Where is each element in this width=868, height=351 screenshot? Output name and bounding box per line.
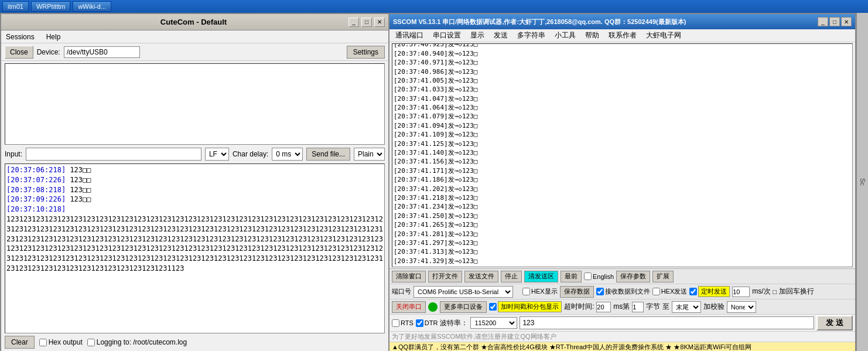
open-file-btn[interactable]: 打开文件 [428, 271, 462, 282]
hex-send-text: HEX发送 [661, 287, 688, 296]
sscom-menu-帮助[interactable]: 帮助 [582, 30, 603, 40]
dtr-text: DTR [425, 319, 438, 326]
port-select[interactable]: COM6 Prolific USB-to-Serial [414, 286, 513, 298]
settings-button[interactable]: Settings [347, 46, 385, 59]
device-label: Device: [37, 48, 60, 56]
receive-file-checkbox[interactable] [596, 288, 604, 295]
more-ports-btn[interactable]: 更多串口设备 [440, 301, 487, 313]
cutecom-menubar: Sessions Help [1, 30, 388, 43]
logging-checkbox-label[interactable]: Logging to: /root/cutecom.log [87, 338, 187, 346]
log-path: /root/cutecom.log [133, 338, 187, 346]
stop-btn[interactable]: 停止 [501, 271, 522, 282]
sscom-config-row: 端口号 COM6 Prolific USB-to-Serial HEX显示 保存… [389, 284, 855, 299]
input-row: Input: LF Char delay: 0 ms Send file... … [1, 145, 388, 163]
timed-send-checkbox[interactable] [689, 288, 697, 295]
english-checkbox[interactable] [584, 272, 592, 280]
bottom-bar: Clear Hex output Logging to: /root/cutec… [1, 333, 388, 351]
clear-button[interactable]: Clear [5, 336, 35, 349]
cutecom-toolbar: Close Device: Settings [1, 43, 388, 61]
rts-checkbox[interactable] [392, 319, 399, 327]
sscom-close-button[interactable]: ✕ [841, 17, 852, 26]
taskbar-btn-1[interactable]: itm01 [2, 1, 29, 12]
hex-display-label[interactable]: HEX显示 [522, 287, 558, 296]
logging-label: Logging to: [97, 338, 131, 346]
sscom-menu-通讯端口[interactable]: 通讯端口 [392, 30, 427, 40]
auto-return-text: 加回车换行 [779, 287, 814, 297]
save-data-btn[interactable]: 保存数据 [560, 286, 594, 298]
sscom-menu-大虾电子网[interactable]: 大虾电子网 [643, 30, 685, 40]
cutecom-output-line: [20:37:09:226] 123□□ [6, 195, 383, 205]
timed-unit: ms/次 [752, 287, 770, 297]
sscom-notice: ▲QQ群满员了，没有第二个群 ★合宙高性价比4G模块 ★RT-Thread中国人… [389, 342, 855, 351]
expand-btn[interactable]: 扩展 [652, 271, 674, 282]
sscom-menu-显示[interactable]: 显示 [467, 30, 488, 40]
sscom-promo: 为了更好地发展SSCOM软件,请您注册并建立QQ网络客户 [389, 331, 855, 342]
sscom-minimize-button[interactable]: _ [818, 17, 828, 26]
timed-send-label[interactable]: 定时发送 [689, 286, 730, 297]
close-port-button[interactable]: Close [5, 46, 33, 59]
checksum-select[interactable]: None [727, 301, 756, 313]
hex-output-checkbox-label[interactable]: Hex output [39, 338, 83, 346]
english-checkbox-label[interactable]: English [584, 272, 614, 280]
sscom-config-row2: 关闭串口 更多串口设备 加时间戳和分包显示 超时时间: ms第 字节 至 [389, 299, 855, 315]
timed-value-input[interactable] [732, 287, 750, 297]
logging-checkbox[interactable] [87, 339, 95, 346]
sscom-output-line: [20:37:41.297]发→◇123□ [394, 238, 851, 247]
dtr-checkbox[interactable] [416, 319, 423, 327]
char-delay-select[interactable]: 0 ms [272, 148, 303, 161]
sscom-restore-button[interactable]: □ [829, 17, 840, 26]
sscom-output[interactable]: [20:37:40.833]发→◇123□[20:37:40.849]发→◇12… [392, 43, 853, 267]
dtr-label[interactable]: DTR [416, 319, 438, 327]
taskbar-btn-3[interactable]: wWiki-d... [73, 1, 111, 12]
close-serial-btn[interactable]: 关闭串口 [392, 301, 426, 313]
sscom-output-line: [20:37:41.329]发→◇123□ [394, 257, 851, 265]
sscom-bottom: 清除窗口 打开文件 发送文件 停止 清发送区 最前 English 保存参数 扩… [389, 268, 855, 351]
hex-send-checkbox[interactable] [652, 288, 660, 295]
sscom-send-input[interactable] [520, 316, 814, 329]
add-time-checkbox[interactable] [489, 303, 497, 311]
sscom-output-line: [20:37:41.313]发→◇123□ [394, 247, 851, 256]
lf-select[interactable]: LF [205, 148, 229, 161]
main-container: itm01 WRPtitttm wWiki-d... CuteCom - Def… [0, 0, 868, 351]
menu-sessions[interactable]: Sessions [4, 33, 37, 41]
hex-output-checkbox[interactable] [39, 339, 47, 346]
cutecom-output[interactable]: [20:37:06:218] 123□□[20:37:07:226] 123□□… [5, 163, 385, 333]
add-time-text: 加时间戳和分包显示 [498, 301, 562, 312]
save-params-btn[interactable]: 保存参数 [616, 271, 650, 282]
menu-help[interactable]: Help [44, 33, 63, 41]
last-btn[interactable]: 最前 [561, 271, 582, 282]
minimize-button[interactable]: _ [348, 18, 359, 27]
send-file-btn2[interactable]: 发送文件 [464, 271, 498, 282]
send-area-btn[interactable]: 清发送区 [524, 271, 558, 282]
byte-end-select[interactable]: 末尾 [672, 301, 701, 313]
baud-select[interactable]: 115200 [470, 317, 517, 329]
add-time-label[interactable]: 加时间戳和分包显示 [489, 301, 562, 312]
sscom-output-line: [20:37:40.971]发→◇123□ [394, 58, 851, 67]
send-file-button[interactable]: Send file... [306, 148, 350, 161]
sscom-menu-串口设置[interactable]: 串口设置 [429, 30, 464, 40]
device-input[interactable] [64, 46, 140, 58]
hex-output-label: Hex output [49, 338, 83, 346]
maximize-button[interactable]: □ [361, 18, 372, 27]
sscom-menu-多字符串[interactable]: 多字符串 [514, 30, 549, 40]
input-field[interactable] [26, 148, 201, 161]
taskbar-btn-2[interactable]: WRPtitttm [31, 1, 71, 12]
hex-display-checkbox[interactable] [522, 288, 530, 295]
sscom-menu-联系作者[interactable]: 联系作者 [605, 30, 640, 40]
close-button[interactable]: ✕ [374, 18, 385, 27]
sscom-output-line: [20:37:40.925]发→◇123□ [394, 43, 851, 49]
sscom-menu-发送[interactable]: 发送 [490, 30, 511, 40]
sscom-send-button[interactable]: 发 送 [816, 315, 853, 330]
sscom-menubar: 通讯端口串口设置显示发送多字符串小工具帮助联系作者大虾电子网 [389, 29, 855, 42]
sscom-output-line: [20:37:41.079]发→◇123□ [394, 112, 851, 121]
rts-label[interactable]: RTS [392, 319, 414, 327]
sscom-menu-小工具[interactable]: 小工具 [551, 30, 579, 40]
receive-file-label[interactable]: 接收数据到文件 [596, 287, 650, 296]
byte-start-input[interactable] [632, 302, 644, 312]
cutecom-output-line: [20:37:07:226] 123□□ [6, 175, 383, 185]
clear-window-btn[interactable]: 清除窗口 [392, 271, 426, 282]
timeout-input[interactable] [596, 302, 611, 312]
plain-select[interactable]: Plain [354, 148, 385, 161]
port-label: 端口号 [392, 287, 411, 296]
hex-send-label[interactable]: HEX发送 [652, 287, 688, 296]
